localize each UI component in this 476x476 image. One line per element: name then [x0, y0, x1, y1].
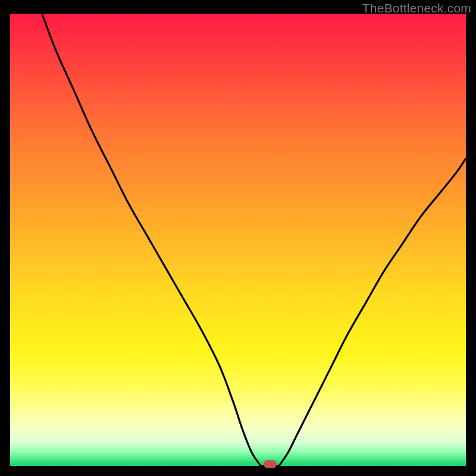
- watermark-text: TheBottleneck.com: [362, 1, 471, 15]
- chart-frame: TheBottleneck.com: [0, 0, 476, 476]
- optimal-point-marker: [264, 460, 277, 468]
- plot-gradient-background: [10, 14, 466, 466]
